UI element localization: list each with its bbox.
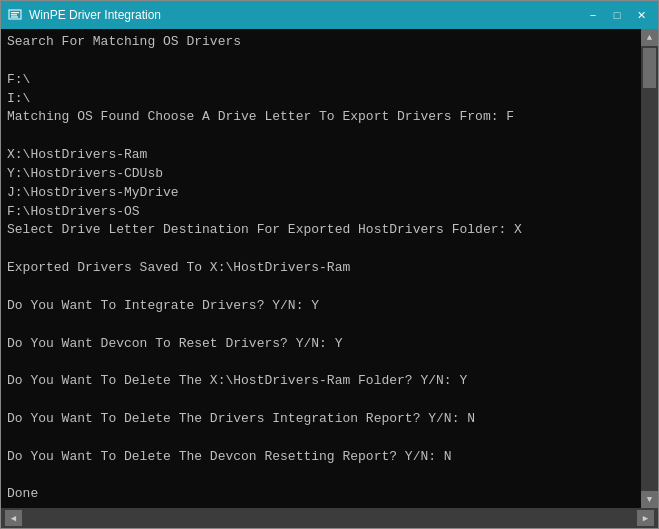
svg-rect-3 (11, 16, 18, 17)
svg-rect-1 (11, 12, 19, 13)
h-scroll-track[interactable] (24, 510, 635, 526)
main-window: WinPE Driver Integration − □ ✕ Search Fo… (0, 0, 659, 529)
window-title: WinPE Driver Integration (29, 8, 161, 22)
maximize-button[interactable]: □ (606, 5, 628, 25)
scroll-left-button[interactable]: ◀ (5, 510, 22, 526)
svg-rect-2 (11, 14, 17, 15)
title-bar-left: WinPE Driver Integration (7, 7, 161, 23)
title-bar: WinPE Driver Integration − □ ✕ (1, 1, 658, 29)
close-button[interactable]: ✕ (630, 5, 652, 25)
statusbar: ◀ ▶ (1, 508, 658, 528)
horizontal-scrollbar[interactable]: ◀ ▶ (5, 510, 654, 526)
vertical-scrollbar[interactable]: ▲ ▼ (641, 29, 658, 508)
scroll-track[interactable] (641, 46, 658, 491)
minimize-button[interactable]: − (582, 5, 604, 25)
terminal-output: Search For Matching OS Drivers F:\ I:\ M… (1, 29, 641, 508)
scroll-right-button[interactable]: ▶ (637, 510, 654, 526)
app-icon (7, 7, 23, 23)
scroll-down-button[interactable]: ▼ (641, 491, 658, 508)
scroll-thumb[interactable] (643, 48, 656, 88)
title-bar-buttons: − □ ✕ (582, 5, 652, 25)
scroll-up-button[interactable]: ▲ (641, 29, 658, 46)
window-body: Search For Matching OS Drivers F:\ I:\ M… (1, 29, 658, 508)
